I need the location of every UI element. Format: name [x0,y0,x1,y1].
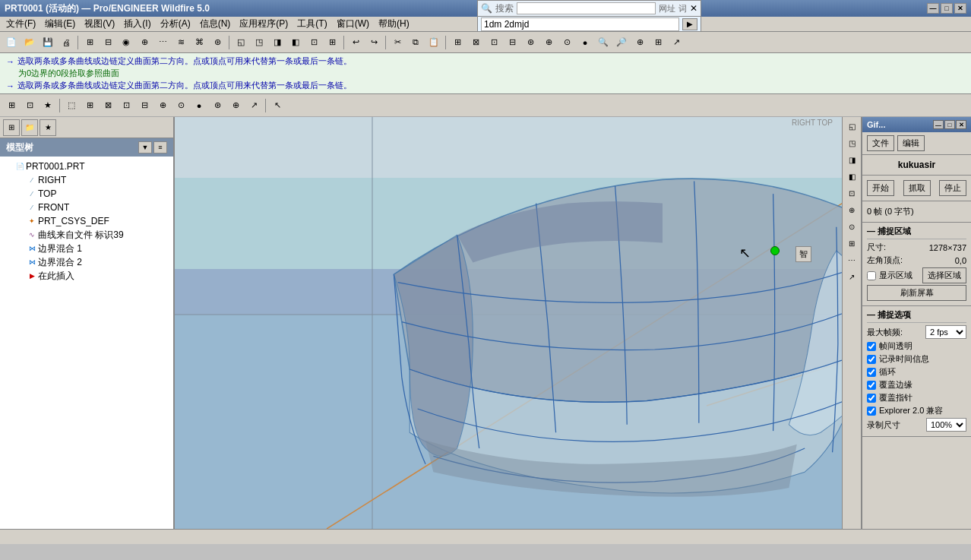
url-go-btn[interactable]: ▶ [682,18,697,30]
tree-item-front[interactable]: ∕ FRONT [2,201,172,214]
gif-overlay-curve-checkbox[interactable] [867,381,876,390]
menu-tools[interactable]: 工具(T) [293,16,331,32]
tree-item-blend2[interactable]: ⋈ 边界混合 2 [2,255,172,269]
tree-item-root[interactable]: 📄 PRT0001.PRT [2,160,172,173]
tb-d3[interactable]: ⊡ [486,34,502,51]
tb-undo[interactable]: ↩ [347,34,364,51]
menu-info[interactable]: 信息(N) [195,16,236,32]
menu-view[interactable]: 视图(V) [80,16,119,32]
tb2-b8[interactable]: ⊟ [136,97,153,114]
left-tab-tree[interactable]: ⊞ [3,119,20,136]
tb2-b13[interactable]: ⊕ [227,97,244,114]
tb-b7[interactable]: ⌘ [191,34,207,51]
tb-c2[interactable]: ◳ [251,34,267,51]
gif-file-btn[interactable]: 文件 [867,135,894,151]
menu-apps[interactable]: 应用程序(P) [235,16,293,32]
tree-item-top[interactable]: ∕ TOP [2,187,172,201]
menu-insert[interactable]: 插入(I) [119,16,155,32]
address-btn[interactable]: 网址 [659,3,675,14]
tb-b3[interactable]: ◉ [118,34,134,51]
tb2-b3[interactable]: ★ [40,97,56,114]
mini-btn-10[interactable]: ↗ [844,269,859,284]
tb2-b2[interactable]: ⊡ [21,97,38,114]
gif-max-btn[interactable]: □ [944,120,955,129]
tree-settings-btn[interactable]: ≡ [153,141,167,153]
tb-d1[interactable]: ⊞ [449,34,466,51]
mini-btn-8[interactable]: ⊞ [844,236,859,251]
gif-loop-checkbox[interactable] [867,368,876,377]
menu-file[interactable]: 文件(F) [2,16,40,32]
menu-analysis[interactable]: 分析(A) [156,16,195,32]
tb-c4[interactable]: ◧ [287,34,304,51]
tb-save[interactable]: 💾 [40,34,56,51]
minimize-button[interactable]: — [927,3,939,14]
tb2-cursor[interactable]: ↖ [269,97,286,114]
tb-d10[interactable]: 🔎 [613,34,630,51]
tb-d11[interactable]: ⊕ [631,34,648,51]
tb-print[interactable]: 🖨 [58,34,74,51]
tb2-b1[interactable]: ⊞ [3,97,20,114]
tb-copy[interactable]: ⧉ [407,34,424,51]
gif-capture-btn[interactable]: 抓取 [903,180,931,196]
left-tab-star[interactable]: ★ [40,119,56,136]
mini-btn-5[interactable]: ⊡ [844,185,859,201]
tb-b4[interactable]: ⊕ [136,34,153,51]
search-close-btn[interactable]: ✕ [690,3,697,14]
tb-paste[interactable]: 📋 [425,34,442,51]
gif-fps-select[interactable]: 2 fps 5 fps 10 fps [925,325,966,339]
gif-start-btn[interactable]: 开始 [867,180,894,196]
gif-close-btn[interactable]: ✕ [956,120,966,129]
gif-transparent-checkbox[interactable] [867,342,876,351]
tree-item-curve[interactable]: ∿ 曲线来自文件 标识39 [2,228,172,242]
tb2-b14[interactable]: ↗ [245,97,262,114]
tb-b5[interactable]: ⋯ [154,34,171,51]
gif-explorer-checkbox[interactable] [867,407,876,416]
tb2-b10[interactable]: ⊙ [172,97,189,114]
tb-open[interactable]: 📂 [21,34,38,51]
tb-c1[interactable]: ◱ [232,34,249,51]
gif-overlay-pointer-checkbox[interactable] [867,394,876,403]
tb2-b6[interactable]: ⊠ [100,97,116,114]
gif-show-region-checkbox[interactable] [867,271,876,280]
mini-btn-9[interactable]: ⋯ [844,252,859,267]
tb-c6[interactable]: ⊞ [324,34,340,51]
tree-item-right[interactable]: ∕ RIGHT [2,173,172,187]
tb-b2[interactable]: ⊟ [100,34,116,51]
mini-btn-4[interactable]: ◧ [844,169,859,184]
tb-d4[interactable]: ⊟ [504,34,520,51]
tb-d2[interactable]: ⊠ [467,34,484,51]
gif-select-region-btn[interactable]: 选择区域 [922,267,966,283]
mini-btn-7[interactable]: ⊙ [844,219,859,234]
tb2-b5[interactable]: ⊞ [81,97,98,114]
gif-recordtime-checkbox[interactable] [867,355,876,364]
tb-c3[interactable]: ◨ [269,34,286,51]
mini-btn-1[interactable]: ◱ [844,119,859,134]
gif-refresh-btn[interactable]: 刷新屏幕 [867,285,966,301]
tb-d13[interactable]: ↗ [668,34,685,51]
mini-btn-6[interactable]: ⊕ [844,202,859,217]
maximize-button[interactable]: □ [941,3,953,14]
search-input[interactable] [517,2,656,14]
tb2-b11[interactable]: ● [191,97,207,114]
gif-record-size-select[interactable]: 100% 75% 50% [926,418,966,432]
tb-d7[interactable]: ⊙ [558,34,575,51]
tb-d12[interactable]: ⊞ [650,34,666,51]
word-btn[interactable]: 词 [678,3,687,14]
tree-item-csys[interactable]: ✦ PRT_CSYS_DEF [2,214,172,228]
menu-window[interactable]: 窗口(W) [332,16,374,32]
tb-redo[interactable]: ↪ [365,34,382,51]
url-input[interactable]: 1dm 2dmjd [481,17,679,31]
tree-item-blend1[interactable]: ⋈ 边界混合 1 [2,242,172,255]
tree-expand-btn[interactable]: ▼ [138,141,152,153]
left-tab-folder[interactable]: 📁 [21,119,38,136]
tb-b8[interactable]: ⊛ [209,34,226,51]
viewport[interactable]: RIGHT TOP ↖ 智 [175,117,842,529]
tree-item-insert[interactable]: ▶ 在此插入 [2,269,172,283]
gif-min-btn[interactable]: — [933,120,944,129]
smart-selection-btn[interactable]: 智 [795,246,811,262]
menu-help[interactable]: 帮助(H) [374,16,414,32]
tb2-b4[interactable]: ⬚ [63,97,80,114]
tb-d5[interactable]: ⊛ [522,34,539,51]
tb-new[interactable]: 📄 [3,34,20,51]
tb2-b9[interactable]: ⊕ [154,97,171,114]
